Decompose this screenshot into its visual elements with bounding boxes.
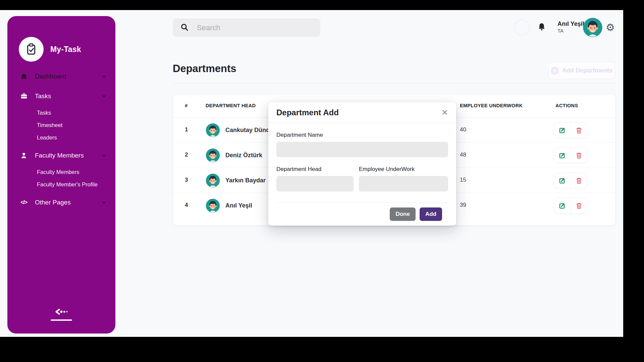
user-role: TA bbox=[557, 28, 584, 34]
department-head-name: Yarkın Baydar bbox=[225, 177, 266, 184]
person-icon bbox=[19, 152, 28, 159]
edit-button[interactable] bbox=[554, 198, 571, 213]
page-title: Departments bbox=[173, 63, 236, 75]
title-divider bbox=[173, 83, 615, 83]
row-index: 2 bbox=[185, 152, 188, 158]
col-header-employee-underwork: EMPLOYEE UNDERWORK bbox=[460, 103, 523, 108]
close-icon[interactable]: ✕ bbox=[441, 109, 448, 117]
department-head-name: Cankutay Dünda bbox=[225, 127, 273, 134]
modal-body: Department Name Department Head Employee… bbox=[268, 132, 456, 221]
employee-underwork-input[interactable] bbox=[359, 176, 448, 191]
chevron-down-icon bbox=[102, 76, 106, 78]
department-head-name: Deniz Öztürk bbox=[225, 152, 262, 159]
user-name: Anıl Yeşil bbox=[557, 20, 584, 28]
add-departments-button[interactable]: + Add Departments bbox=[548, 62, 615, 79]
employee-underwork-value: 40 bbox=[460, 126, 466, 133]
row-actions bbox=[554, 173, 587, 188]
employee-underwork-value: 48 bbox=[460, 152, 466, 158]
department-head-cell: Cankutay Dünda bbox=[206, 123, 273, 137]
department-head-cell: Yarkın Baydar bbox=[206, 173, 266, 188]
row-actions bbox=[554, 147, 587, 163]
tasks-submenu: Tasks Timesheet Leaders bbox=[7, 107, 115, 144]
letterbox-top bbox=[0, 0, 644, 10]
delete-button[interactable] bbox=[571, 173, 587, 188]
sidebar-subitem-faculty-profile[interactable]: Faculty Member's Profile bbox=[7, 178, 115, 191]
department-name-label: Department Name bbox=[276, 132, 448, 138]
department-head-cell: Deniz Öztürk bbox=[206, 148, 262, 163]
notification-bell-icon[interactable] bbox=[537, 22, 547, 34]
sidebar: My-Task Dashboard Tasks bbox=[7, 16, 115, 334]
sidebar-item-label: Other Pages bbox=[35, 199, 71, 206]
sidebar-item-faculty-members[interactable]: Faculty Members bbox=[7, 148, 115, 163]
briefcase-icon bbox=[19, 92, 28, 100]
sidebar-subitem-timesheet[interactable]: Timesheet bbox=[7, 119, 115, 131]
col-header-index: # bbox=[185, 103, 187, 108]
delete-button[interactable] bbox=[571, 123, 587, 138]
chevron-down-icon bbox=[102, 96, 106, 98]
row-index: 1 bbox=[185, 126, 188, 133]
add-departments-label: Add Departments bbox=[562, 67, 612, 74]
employee-underwork-value: 15 bbox=[460, 177, 466, 183]
avatar bbox=[206, 123, 220, 137]
search-icon bbox=[180, 23, 189, 33]
brand-title: My-Task bbox=[50, 45, 81, 54]
col-header-actions: ACTIONS bbox=[555, 103, 578, 108]
department-head-cell: Anıl Yeşil bbox=[206, 198, 252, 213]
gear-icon[interactable]: ⚙ bbox=[606, 21, 615, 33]
avatar[interactable] bbox=[583, 17, 603, 38]
home-icon bbox=[19, 72, 28, 80]
department-add-modal: Department Add ✕ Department Name Departm… bbox=[268, 102, 456, 226]
sidebar-item-tasks[interactable]: Tasks bbox=[7, 88, 115, 104]
edit-button[interactable] bbox=[554, 173, 571, 188]
avatar bbox=[206, 148, 220, 163]
modal-footer: Done Add bbox=[276, 202, 448, 221]
sidebar-item-dashboard[interactable]: Dashboard bbox=[7, 68, 115, 84]
sidebar-nav: Dashboard Tasks Tasks Timesheet Leaders bbox=[7, 68, 115, 210]
sidebar-item-label: Tasks bbox=[35, 93, 51, 100]
status-circle bbox=[514, 19, 530, 36]
sidebar-item-label: Faculty Members bbox=[35, 152, 84, 159]
clipboard-logo-icon bbox=[19, 37, 44, 62]
app-canvas: My-Task Dashboard Tasks bbox=[0, 10, 623, 337]
search-input[interactable] bbox=[197, 23, 313, 32]
delete-button[interactable] bbox=[571, 198, 587, 213]
sidebar-collapse-button[interactable] bbox=[7, 309, 115, 321]
department-name-input[interactable] bbox=[276, 142, 448, 157]
letterbox-right bbox=[623, 0, 644, 362]
edit-button[interactable] bbox=[554, 123, 571, 138]
avatar bbox=[206, 173, 220, 188]
letterbox-bottom bbox=[0, 337, 644, 362]
col-header-department-head: DEPARTMENT HEAD bbox=[206, 103, 256, 108]
collapse-arrow-icon bbox=[54, 309, 69, 316]
collapse-underline bbox=[51, 319, 72, 321]
sidebar-item-other-pages[interactable]: </> Other Pages bbox=[7, 195, 115, 210]
sidebar-subitem-faculty-members[interactable]: Faculty Members bbox=[7, 166, 115, 178]
edit-button[interactable] bbox=[554, 148, 571, 163]
chevron-down-icon bbox=[102, 202, 106, 204]
search-box bbox=[173, 18, 320, 37]
sidebar-item-label: Dashboard bbox=[35, 73, 66, 80]
department-head-input[interactable] bbox=[276, 176, 354, 191]
modal-header: Department Add ✕ bbox=[268, 102, 456, 123]
done-button[interactable]: Done bbox=[390, 207, 416, 221]
row-index: 3 bbox=[185, 177, 188, 183]
row-index: 4 bbox=[185, 202, 188, 208]
row-actions bbox=[554, 198, 587, 214]
user-menu[interactable]: Anıl Yeşil TA bbox=[557, 20, 584, 34]
chevron-down-icon bbox=[102, 155, 106, 157]
department-head-label: Department Head bbox=[276, 166, 354, 173]
sidebar-subitem-leaders[interactable]: Leaders bbox=[7, 131, 115, 144]
employee-underwork-label: Employee UnderWork bbox=[359, 166, 448, 173]
row-actions bbox=[554, 122, 587, 138]
brand-area[interactable]: My-Task bbox=[19, 37, 115, 62]
plus-icon: + bbox=[551, 67, 559, 75]
modal-title: Department Add bbox=[276, 108, 339, 117]
sidebar-subitem-tasks[interactable]: Tasks bbox=[7, 107, 115, 119]
avatar bbox=[206, 198, 220, 213]
employee-underwork-value: 39 bbox=[460, 202, 466, 208]
add-button[interactable]: Add bbox=[420, 207, 442, 221]
faculty-submenu: Faculty Members Faculty Member's Profile bbox=[7, 166, 115, 191]
code-icon: </> bbox=[19, 199, 28, 205]
department-head-name: Anıl Yeşil bbox=[225, 202, 252, 209]
delete-button[interactable] bbox=[571, 148, 587, 163]
